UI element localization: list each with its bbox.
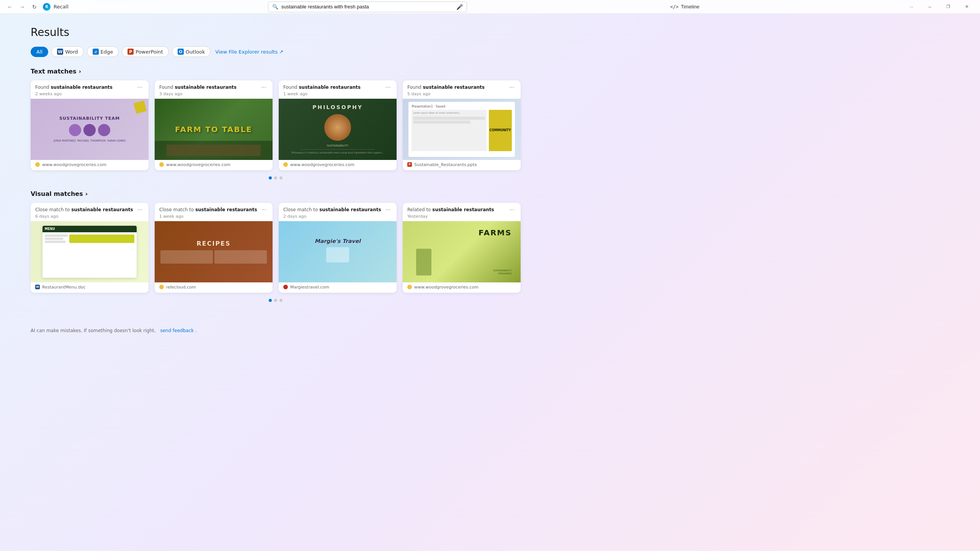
filter-edge[interactable]: e Edge [87, 46, 119, 57]
vm-card-date-1: 6 days ago [35, 214, 133, 219]
back-button[interactable]: ← [5, 2, 15, 12]
visual-matches-header[interactable]: Visual matches › [31, 190, 521, 197]
dot-tm-1[interactable] [269, 176, 272, 179]
vm-card-header-1: Close match to sustainable restaurants 6… [31, 203, 149, 221]
card-image-2: FARM TO TABLE [155, 99, 273, 160]
word-icon: W [57, 49, 63, 55]
text-matches-label: Text matches [31, 68, 77, 75]
more-options-button[interactable]: ··· [903, 1, 920, 13]
card-date-1: 2 weeks ago [35, 91, 113, 96]
timeline-icon: </> [670, 4, 679, 10]
file-explorer-label: View File Explorer results ↗ [215, 49, 283, 55]
vm-source-icon-3 [283, 285, 288, 289]
app-title: Recall [54, 4, 69, 10]
dot-tm-2[interactable] [274, 176, 277, 179]
text-matches-section: Text matches › Found sustainable restaur… [31, 68, 521, 179]
page-title: Results [31, 26, 521, 39]
card-title-4: Found sustainable restaurants [407, 84, 485, 91]
filter-word[interactable]: W Word [51, 46, 83, 57]
card-title-3: Found sustainable restaurants [283, 84, 361, 91]
card-header-1: Found sustainable restaurants 2 weeks ag… [31, 80, 149, 99]
nav-buttons: ← → ↻ [5, 2, 40, 12]
source-icon-1 [35, 162, 40, 167]
visual-matches-arrow: › [85, 190, 88, 197]
close-button[interactable]: ✕ [958, 1, 975, 13]
restore-button[interactable]: ❐ [939, 1, 957, 13]
source-label-3: www.woodgrovegroceries.com [290, 162, 354, 167]
card-image-3: PHILOSOPHY SUSTAINABILITY Philosophy in … [279, 99, 397, 160]
visual-matches-section: Visual matches › Close match to sustaina… [31, 190, 521, 302]
text-match-card-1[interactable]: Found sustainable restaurants 2 weeks ag… [31, 80, 149, 170]
feedback-link[interactable]: send feedback [160, 328, 194, 333]
vm-card-more-2[interactable]: ··· [260, 207, 268, 213]
filter-outlook[interactable]: O Outlook [172, 46, 211, 57]
vm-source-label-4: www.woodgrovegroceries.com [414, 285, 479, 290]
vm-card-date-4: Yesterday [407, 214, 494, 219]
card-more-3[interactable]: ··· [384, 84, 392, 90]
file-explorer-link[interactable]: View File Explorer results ↗ [215, 49, 283, 55]
card-footer-3: www.woodgrovegroceries.com [279, 160, 397, 170]
dot-tm-3[interactable] [279, 176, 283, 179]
card-date-4: 5 days ago [407, 91, 485, 96]
vm-source-icon-4 [407, 285, 412, 289]
visual-match-card-2[interactable]: Close match to sustainable restaurants 1… [155, 203, 273, 293]
dot-vm-2[interactable] [274, 299, 277, 302]
vm-card-more-4[interactable]: ··· [508, 207, 516, 213]
visual-match-card-4[interactable]: Related to sustainable restaurants Yeste… [403, 203, 521, 293]
text-match-card-3[interactable]: Found sustainable restaurants 1 week ago… [279, 80, 397, 170]
vm-card-footer-1: W RestaurantMenu.doc [31, 282, 149, 293]
main-content: Results All W Word e Edge P PowerPoint O… [0, 14, 551, 325]
text-matches-header[interactable]: Text matches › [31, 68, 521, 75]
card-more-1[interactable]: ··· [136, 84, 144, 90]
visual-match-card-3[interactable]: Close match to sustainable restaurants 2… [279, 203, 397, 293]
vm-card-footer-4: www.woodgrovegroceries.com [403, 282, 521, 293]
card-footer-4: P Sustainable_Restaurants.pptx [403, 160, 521, 170]
text-match-card-4[interactable]: Found sustainable restaurants 5 days ago… [403, 80, 521, 170]
vm-source-label-2: relecloud.com [166, 285, 196, 290]
card-footer-2: www.woodgrovegroceries.com [155, 160, 273, 170]
vm-card-header-3: Close match to sustainable restaurants 2… [279, 203, 397, 221]
footer-disclaimer: AI can make mistakes. If something doesn… [31, 328, 156, 333]
search-input[interactable] [281, 4, 453, 10]
minimize-button[interactable]: ─ [921, 1, 939, 13]
vm-card-title-3: Close match to sustainable restaurants [283, 207, 381, 213]
vm-card-image-1: MENU [31, 221, 149, 282]
search-bar[interactable]: 🔍 🎤 [268, 2, 467, 12]
outlook-icon: O [178, 49, 184, 55]
source-label-2: www.woodgrovegroceries.com [166, 162, 230, 167]
vm-card-title-2: Close match to sustainable restaurants [159, 207, 257, 213]
mic-button[interactable]: 🎤 [456, 4, 463, 10]
dot-vm-3[interactable] [279, 299, 283, 302]
vm-card-more-1[interactable]: ··· [136, 207, 144, 213]
vm-source-icon-1: W [35, 285, 40, 289]
filter-powerpoint[interactable]: P PowerPoint [122, 46, 169, 57]
vm-source-label-3: Margiestravel.com [290, 285, 329, 290]
filter-all-label: All [36, 49, 42, 55]
vm-card-footer-3: Margiestravel.com [279, 282, 397, 293]
text-matches-arrow: › [79, 68, 82, 75]
filter-powerpoint-label: PowerPoint [136, 49, 163, 55]
dot-vm-1[interactable] [269, 299, 272, 302]
card-title-2: Found sustainable restaurants [159, 84, 237, 91]
timeline-label: Timeline [681, 4, 699, 10]
visual-matches-pagination [31, 299, 521, 302]
vm-card-more-3[interactable]: ··· [384, 207, 392, 213]
visual-matches-grid: Close match to sustainable restaurants 6… [31, 203, 521, 293]
vm-card-footer-2: relecloud.com [155, 282, 273, 293]
card-more-4[interactable]: ··· [508, 84, 516, 90]
text-matches-pagination [31, 176, 521, 179]
source-label-1: www.woodgrovegroceries.com [42, 162, 106, 167]
refresh-button[interactable]: ↻ [29, 2, 40, 12]
text-matches-grid: Found sustainable restaurants 2 weeks ag… [31, 80, 521, 170]
forward-button[interactable]: → [17, 2, 28, 12]
text-match-card-2[interactable]: Found sustainable restaurants 3 days ago… [155, 80, 273, 170]
timeline-button[interactable]: </> Timeline [666, 2, 703, 11]
window-controls: ··· ─ ❐ ✕ [903, 1, 975, 13]
card-title-1: Found sustainable restaurants [35, 84, 113, 91]
vm-card-header-4: Related to sustainable restaurants Yeste… [403, 203, 521, 221]
card-more-2[interactable]: ··· [260, 84, 268, 90]
visual-match-card-1[interactable]: Close match to sustainable restaurants 6… [31, 203, 149, 293]
search-icon: 🔍 [272, 4, 278, 10]
filter-outlook-label: Outlook [186, 49, 205, 55]
filter-all[interactable]: All [31, 47, 48, 57]
